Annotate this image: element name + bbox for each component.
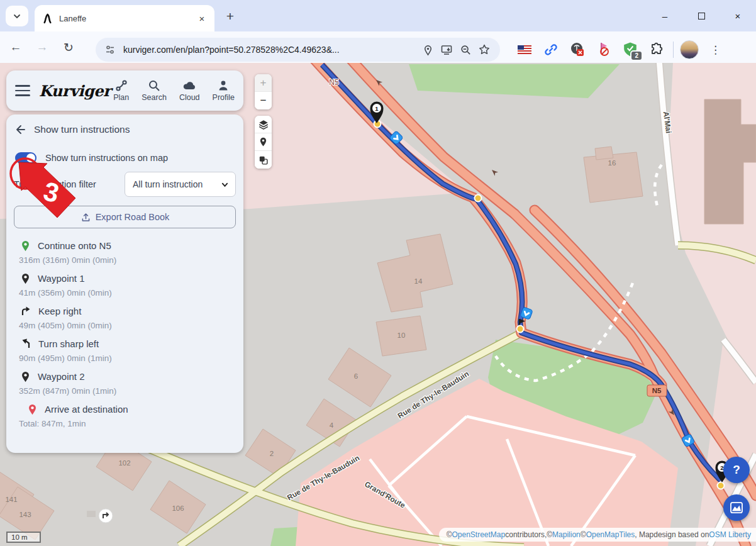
attribution-text: , Mapdesign based on <box>635 530 709 539</box>
nav-search[interactable]: Search <box>142 79 167 102</box>
instruction-text: Arrive at destination <box>45 404 128 415</box>
app-area: N5 Al'Mai Rue de Thy-le-Bauduin Rue de T… <box>0 63 756 546</box>
poi-button[interactable] <box>255 133 272 151</box>
instruction-text: Continue onto N5 <box>38 240 111 251</box>
blocked-circle-extension-icon[interactable] <box>567 40 587 60</box>
site-settings-icon[interactable] <box>104 44 116 55</box>
instruction-detail: 352m (847m) 0min (1min) <box>14 386 236 396</box>
help-button[interactable]: ? <box>723 457 750 483</box>
svg-text:102: 102 <box>118 459 130 467</box>
window-minimize-button[interactable]: – <box>647 0 683 31</box>
show-instructions-toggle[interactable] <box>15 152 36 164</box>
oneway-circle-icon <box>99 509 113 523</box>
layers-button[interactable] <box>255 116 272 133</box>
export-roadbook-button[interactable]: Export Road Book <box>14 206 236 228</box>
person-icon <box>217 79 230 92</box>
attribution-text: © <box>447 530 452 539</box>
location-icon[interactable] <box>418 40 437 59</box>
sharp-left-icon <box>20 338 31 349</box>
nav-cloud[interactable]: Cloud <box>179 79 200 102</box>
chevron-down-icon <box>13 12 21 21</box>
keep-right-icon <box>20 305 31 316</box>
app-header: Kurviger Plan Search Cloud Profile <box>6 70 243 111</box>
kurviger-favicon <box>42 13 53 24</box>
zoom-out-icon[interactable] <box>456 40 475 59</box>
instruction-detail: Total: 847m, 1min <box>14 419 236 428</box>
instruction-item[interactable]: Arrive at destination Total: 847m, 1min <box>14 401 236 428</box>
copy-squares-icon <box>258 155 269 165</box>
nav-plan[interactable]: Plan <box>113 79 129 102</box>
new-tab-button[interactable]: + <box>221 8 239 25</box>
window-close-button[interactable]: × <box>720 0 756 31</box>
window-maximize-button[interactable] <box>683 0 720 31</box>
extensions-puzzle-icon[interactable] <box>647 40 667 60</box>
svg-text:143: 143 <box>19 511 31 518</box>
shield-extension-icon[interactable]: 2 <box>620 40 640 60</box>
instruction-list: Continue onto N5 316m (316m) 0min (0min)… <box>14 238 236 428</box>
nav-search-label: Search <box>142 93 167 102</box>
instruction-item[interactable]: Turn sharp left 90m (495m) 0min (1min) <box>14 336 236 363</box>
browser-tab[interactable]: Laneffe × <box>35 5 214 31</box>
svg-text:N5: N5 <box>652 387 662 394</box>
waypoint-pin-icon <box>20 272 31 284</box>
instruction-item[interactable]: Keep right 49m (405m) 0min (0min) <box>14 303 236 330</box>
svg-text:4: 4 <box>330 421 334 429</box>
menu-hamburger-icon[interactable] <box>15 85 30 96</box>
toggle-label: Show turn instructions on map <box>45 153 168 163</box>
attribution-link-mapilion[interactable]: Mapilion <box>552 530 581 539</box>
url-text[interactable]: kurviger.com/en/plan?point=50.278528%2C4… <box>123 45 418 55</box>
attribution-link-osmliberty[interactable]: OSM Liberty <box>709 530 751 539</box>
svg-text:106: 106 <box>172 504 184 512</box>
chevron-down-icon <box>221 181 229 189</box>
map-scale: 10 m <box>6 532 41 543</box>
layers-icon <box>258 119 269 130</box>
panel-title: Show turn instructions <box>34 124 130 135</box>
n5-top-label: N5 <box>329 78 339 87</box>
toolbar-divider <box>673 42 674 58</box>
instruction-item[interactable]: Waypoint 1 41m (356m) 0min (0min) <box>14 270 236 298</box>
install-app-icon[interactable] <box>437 40 456 59</box>
map-attribution: © OpenStreetMap contributors,© Mapilion … <box>439 528 756 542</box>
svg-text:141: 141 <box>5 496 17 503</box>
shield-badge: 2 <box>630 50 643 61</box>
zoom-in-button[interactable]: + <box>255 74 272 92</box>
profile-avatar[interactable] <box>680 40 699 59</box>
url-bar[interactable]: kurviger.com/en/plan?point=50.278528%2C4… <box>96 38 500 62</box>
instruction-item[interactable]: Continue onto N5 316m (316m) 0min (0min) <box>14 238 236 265</box>
back-button[interactable]: ← <box>5 36 26 58</box>
attribution-link-openmaptiles[interactable]: OpenMapTiles <box>586 530 635 539</box>
overlay-button[interactable] <box>255 151 272 169</box>
elevation-chart-button[interactable] <box>723 494 750 521</box>
link-extension-icon[interactable] <box>541 40 561 60</box>
browser-window: Laneffe × + – × ← → ↻ kurviger.com/en/pl… <box>0 0 756 546</box>
instruction-detail: 90m (495m) 0min (1min) <box>14 354 236 363</box>
turn-filter-select[interactable]: All turn instruction <box>125 172 236 197</box>
tab-search-button[interactable] <box>6 6 28 26</box>
instruction-detail: 316m (316m) 0min (0min) <box>14 255 236 265</box>
map-tool-buttons <box>255 116 272 169</box>
instruction-item[interactable]: Waypoint 2 352m (847m) 0min (1min) <box>14 369 236 396</box>
svg-text:1: 1 <box>375 105 379 112</box>
extensions-row: 2 ⋮ <box>514 38 726 62</box>
tab-close-icon[interactable]: × <box>196 12 208 25</box>
nav-profile[interactable]: Profile <box>213 79 235 102</box>
start-pin-icon <box>20 239 31 252</box>
instruction-text: Turn sharp left <box>38 338 99 349</box>
elevation-chart-icon <box>730 502 743 513</box>
svg-text:16: 16 <box>608 159 616 167</box>
reload-button[interactable]: ↻ <box>58 36 79 58</box>
browser-menu-icon[interactable]: ⋮ <box>705 43 726 57</box>
nav-plan-label: Plan <box>113 93 129 102</box>
bookmark-star-icon[interactable] <box>475 40 494 59</box>
upload-icon <box>81 212 91 223</box>
brand-logo: Kurviger <box>39 82 111 100</box>
flag-extension-icon[interactable] <box>514 40 535 60</box>
cloud-icon <box>182 79 196 92</box>
pink-flag-extension-icon[interactable] <box>594 40 614 60</box>
attribution-text: contributors,© <box>505 530 552 539</box>
zoom-out-button[interactable]: − <box>255 92 272 109</box>
back-arrow-icon[interactable] <box>14 123 26 136</box>
forward-button[interactable]: → <box>31 36 53 58</box>
nav-cloud-label: Cloud <box>179 93 200 102</box>
attribution-link-osm[interactable]: OpenStreetMap <box>452 530 505 539</box>
